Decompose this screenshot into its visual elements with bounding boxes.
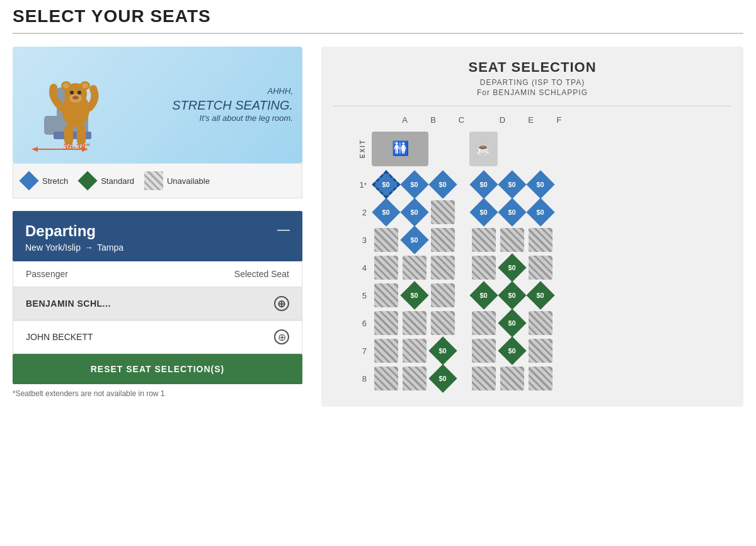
seat-1a[interactable]: $0 (372, 173, 400, 196)
seat-row-1: 1* $0 $0 (353, 173, 731, 196)
seat-2c-unavail (431, 200, 455, 224)
seat-7d (469, 339, 498, 363)
departing-title: Departing (25, 222, 123, 240)
footnote: *Seatbelt extenders are not available in… (13, 389, 302, 398)
seat-4f (526, 256, 554, 280)
seat-1f[interactable]: $0 (526, 173, 554, 196)
seat-1b[interactable]: $0 (400, 173, 428, 196)
row-5-label: 5 (353, 291, 372, 300)
seat-4d (469, 256, 498, 280)
seat-row-7: 7 $0 (353, 339, 731, 363)
seat-4e[interactable]: $0 (498, 256, 526, 280)
seat-4b (400, 256, 428, 280)
legend-stretch-label: Stretch (42, 176, 68, 186)
seat-row-2: 2 $0 $0 (353, 200, 731, 224)
exit-label: EXIT (353, 139, 372, 158)
seat-row-6: 6 (353, 311, 731, 335)
seat-1c[interactable]: $0 (428, 173, 457, 196)
legend-unavailable-icon (144, 171, 163, 190)
passenger-row-2[interactable]: JOHN BECKETT ⊕ (13, 321, 302, 354)
seat-5d[interactable]: $0 (469, 283, 498, 307)
row-2-label: 2 (353, 208, 372, 217)
destination: Tampa (97, 242, 123, 253)
legend-stretch-icon (19, 171, 38, 190)
legend-unavailable-label: Unavailable (167, 176, 210, 186)
seat-2c (428, 200, 457, 224)
svg-point-11 (77, 91, 81, 94)
right-panel: SEAT SELECTION DEPARTING (ISP TO TPA) Fo… (321, 47, 743, 407)
row-8-label: 8 (353, 374, 372, 384)
seat-6e[interactable]: $0 (498, 311, 526, 335)
seat-3b[interactable]: $0 (400, 228, 428, 252)
seat-5f[interactable]: $0 (526, 283, 554, 307)
row-1-label: 1* (353, 180, 372, 190)
seat-7f (526, 339, 554, 363)
legend-standard-icon (78, 171, 98, 190)
seat-7b (400, 339, 428, 363)
reset-seat-selection-button[interactable]: RESET SEAT SELECTION(S) (13, 354, 302, 384)
seat-3d (469, 228, 498, 252)
passenger-row-1[interactable]: BENJAMIN SCHL... ⊕ (13, 287, 302, 321)
legend: Stretch Standard Unavailable (13, 163, 302, 198)
origin: New York/Islip (25, 242, 81, 253)
seat-2a[interactable]: $0 (372, 200, 400, 224)
seat-8b (400, 367, 428, 390)
seat-5e[interactable]: $0 (498, 283, 526, 307)
seat-row-3: 3 $0 (353, 228, 731, 252)
seat-8c[interactable]: $0 (428, 367, 457, 390)
promo-text: AHHH, STRETCH SEATING. It's all about th… (172, 86, 293, 124)
departing-route: New York/Islip → Tampa (25, 242, 123, 253)
col-b: B (419, 115, 447, 125)
passenger-1-name: BENJAMIN SCHL... (26, 299, 111, 309)
passenger-2-name: JOHN BECKETT (26, 332, 93, 342)
seat-map: A B C D E F EXIT 🚻 (334, 115, 731, 390)
seat-6f (526, 311, 554, 335)
seat-2e[interactable]: $0 (498, 200, 526, 224)
main-content: AHHH, STRETCH SEATING. It's all about th… (13, 47, 743, 407)
seat-7c[interactable]: $0 (428, 339, 457, 363)
coffee-block: ☕ (469, 132, 498, 166)
seat-8d (469, 367, 498, 390)
legend-standard-label: Standard (101, 176, 134, 186)
seat-3f (526, 228, 554, 252)
col-d: D (488, 115, 517, 125)
col-a: A (391, 115, 419, 125)
seat-8f (526, 367, 554, 390)
left-panel: AHHH, STRETCH SEATING. It's all about th… (13, 47, 302, 398)
arrow-icon: → (84, 242, 93, 253)
seat-6b (400, 311, 428, 335)
seat-7e[interactable]: $0 (498, 339, 526, 363)
add-seat-button-2[interactable]: ⊕ (274, 329, 289, 344)
svg-point-12 (72, 96, 79, 100)
legend-item-stretch: Stretch (20, 171, 68, 190)
passenger-header: Passenger Selected Seat (13, 261, 302, 287)
promo-image: AHHH, STRETCH SEATING. It's all about th… (13, 47, 302, 163)
divider (334, 106, 731, 106)
collapse-button[interactable]: — (277, 222, 290, 237)
legend-item-unavailable: Unavailable (144, 171, 210, 190)
seat-row-8: 8 $0 (353, 367, 731, 390)
seat-2b[interactable]: $0 (400, 200, 428, 224)
seat-2d[interactable]: $0 (469, 200, 498, 224)
passenger-col-header: Passenger (26, 269, 68, 279)
seat-1e[interactable]: $0 (498, 173, 526, 196)
seat-5c (428, 283, 457, 307)
seat-selection-subtitle2: For BENJAMIN SCHLAPPIG (334, 88, 731, 97)
row-4-label: 4 (353, 263, 372, 273)
seat-2f[interactable]: $0 (526, 200, 554, 224)
add-seat-button-1[interactable]: ⊕ (274, 296, 289, 311)
row-3-label: 3 (353, 236, 372, 245)
row-6-label: 6 (353, 319, 372, 328)
exit-row: EXIT 🚻 ☕ (353, 130, 731, 168)
seat-4c (428, 256, 457, 280)
seat-6c (428, 311, 457, 335)
svg-marker-17 (32, 147, 38, 152)
row-7-label: 7 (353, 346, 372, 356)
svg-point-8 (82, 83, 88, 88)
col-f: F (545, 115, 573, 125)
seat-5b[interactable]: $0 (400, 283, 428, 307)
seat-1d[interactable]: $0 (469, 173, 498, 196)
legend-item-standard: Standard (78, 171, 134, 190)
seat-range-badge: 36-38" (63, 142, 89, 152)
promo-line3: It's all about the leg room. (172, 113, 293, 124)
